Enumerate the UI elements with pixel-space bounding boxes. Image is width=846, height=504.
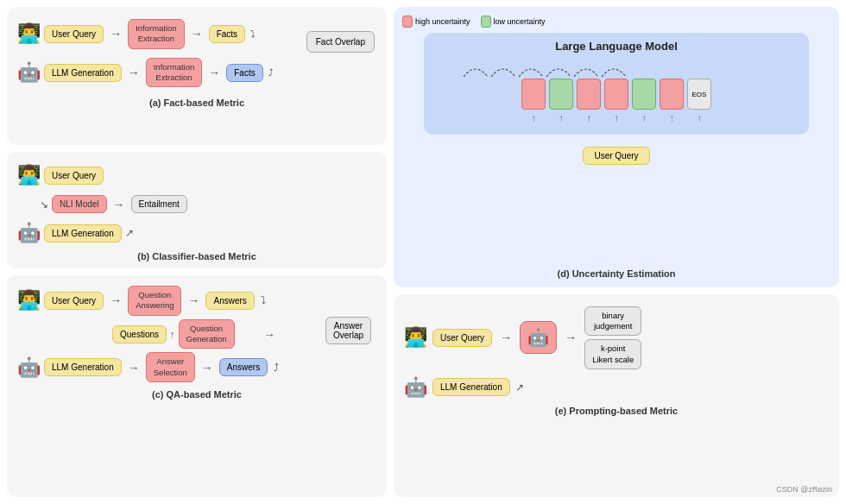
user-icon-c: 👨‍💻 — [17, 289, 41, 312]
dashed-arcs-svg — [438, 60, 795, 80]
fact-overlap-box: Fact Overlap — [306, 31, 375, 53]
llm-gen-c: LLM Generation — [44, 358, 122, 376]
questions-box: Questions — [112, 325, 167, 343]
facts-a2: Facts — [226, 64, 262, 82]
panel-c-row1: 👨‍💻 User Query → QuestionAnswering → Ans… — [17, 286, 376, 316]
user-query-e: User Query — [432, 329, 492, 347]
token-eos: EOS — [687, 79, 711, 110]
answer-overlap-box: AnswerOverlap — [325, 317, 371, 344]
robot-judge-box: 🤖 — [520, 321, 557, 354]
user-icon-b: 👨‍💻 — [17, 164, 41, 186]
facts-a1: Facts — [209, 25, 245, 43]
token-1 — [521, 79, 546, 110]
panel-a: 👨‍💻 User Query → InformationExtraction →… — [7, 7, 387, 145]
panel-e-row1: 👨‍💻 User Query → 🤖 → binaryjudgement k-p… — [404, 306, 829, 369]
panel-e: 👨‍💻 User Query → 🤖 → binaryjudgement k-p… — [394, 294, 839, 498]
user-query-d: User Query — [583, 147, 649, 165]
token-5 — [632, 79, 656, 110]
legend-low: low uncertainty — [481, 16, 546, 28]
panel-a-label: (a) Fact-based Metric — [17, 98, 376, 108]
llm-title: Large Language Model — [438, 40, 795, 53]
token-row: EOS — [438, 79, 795, 110]
answers-c1: Answers — [205, 292, 254, 310]
main-container: 👨‍💻 User Query → InformationExtraction →… — [0, 0, 846, 504]
user-query-c: User Query — [44, 292, 104, 310]
user-icon-e: 👨‍💻 — [404, 326, 427, 349]
panel-d-label: (d) Uncertainty Estimation — [402, 263, 830, 279]
info-extract-a2: InformationExtraction — [146, 58, 203, 88]
arrow-a3: → — [128, 66, 140, 79]
legend-high: high uncertainty — [402, 16, 470, 28]
panel-a-row2: 🤖 LLM Generation → InformationExtraction… — [17, 58, 376, 88]
user-query-a1: User Query — [44, 25, 104, 43]
token-arrows: ↑ ↑ ↑ ↑ ↑ ↑ ↑ — [438, 112, 795, 124]
llm-gen-a: LLM Generation — [44, 64, 122, 82]
user-icon-a: 👨‍💻 — [17, 22, 41, 45]
panel-b-nli-row: ↘ NLI Model → Entailment — [40, 195, 187, 213]
panel-b-row2: 🤖 LLM Generation ↗ — [17, 222, 187, 244]
panel-b: 👨‍💻 User Query ↘ NLI Model → Entailment … — [7, 152, 387, 268]
arrow-a4: → — [208, 66, 220, 79]
qa-box: QuestionAnswering — [128, 286, 181, 316]
robot-icon-e: 🤖 — [404, 376, 427, 399]
watermark: CSDN @zRezin — [776, 485, 832, 494]
answers-c2: Answers — [219, 358, 268, 376]
qgen-box: QuestionGeneration — [179, 319, 235, 350]
arrow-b1: → — [113, 198, 125, 211]
arrow-a1: → — [110, 28, 122, 40]
panel-e-label: (e) Prompting-based Metric — [404, 406, 829, 416]
panel-e-row2: 🤖 LLM Generation ↗ — [404, 376, 829, 399]
robot-icon-c: 🤖 — [17, 356, 41, 379]
info-extract-a1: InformationExtraction — [128, 19, 185, 49]
entailment-box: Entailment — [131, 195, 187, 213]
token-2 — [549, 79, 573, 110]
panel-c-mid: Questions ↑ QuestionGeneration → AnswerO… — [112, 319, 376, 350]
nli-model-box: NLI Model — [52, 195, 107, 213]
llm-gen-b: LLM Generation — [44, 224, 122, 243]
llm-gen-e: LLM Generation — [432, 378, 510, 396]
left-column: 👨‍💻 User Query → InformationExtraction →… — [7, 7, 387, 497]
robot-icon-a: 🤖 — [17, 61, 41, 84]
likert-scale-box: k-pointLikert scale — [584, 339, 641, 369]
arrow-a2: → — [191, 28, 203, 40]
user-query-d-container: User Query — [402, 140, 830, 165]
uncertainty-legend: high uncertainty low uncertainty — [402, 16, 830, 28]
panel-d: high uncertainty low uncertainty Large L… — [394, 7, 839, 287]
llm-box: Large Language Model — [424, 33, 809, 135]
asel-box: AnswerSelection — [146, 352, 195, 382]
panel-b-row1: 👨‍💻 User Query — [17, 164, 187, 186]
panel-c-label: (c) QA-based Metric — [17, 389, 376, 400]
output-boxes: binaryjudgement k-pointLikert scale — [584, 306, 641, 369]
binary-judgement-box: binaryjudgement — [584, 306, 641, 337]
robot-icon-b: 🤖 — [17, 222, 41, 244]
panel-c: 👨‍💻 User Query → QuestionAnswering → Ans… — [7, 275, 387, 497]
token-4 — [604, 79, 628, 110]
panel-b-label: (b) Classifier-based Metric — [17, 251, 376, 261]
user-query-b: User Query — [44, 167, 104, 185]
panel-c-row2: 🤖 LLM Generation → AnswerSelection → Ans… — [17, 352, 376, 382]
token-3 — [577, 79, 601, 110]
token-6 — [660, 79, 684, 110]
right-column: high uncertainty low uncertainty Large L… — [394, 7, 839, 497]
